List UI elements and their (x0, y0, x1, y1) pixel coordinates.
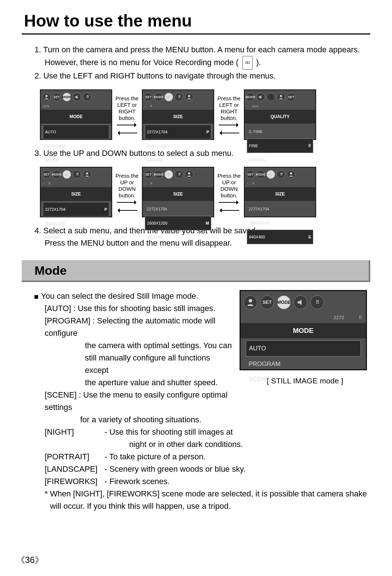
menu-item: S. FINE (247, 125, 313, 138)
step-1-line1: 1. Turn on the camera and press the MENU… (34, 44, 370, 56)
set-icon: SET (52, 93, 61, 101)
menu-item: 1600X1200 (43, 217, 109, 230)
lcd-screen-size: SET MODE ⠿ ▫⠿ SIZE 2272X1704P 1600X1200 … (142, 89, 214, 140)
menu-item: 640X480 (145, 153, 211, 167)
menu-item: PROGRAM (43, 139, 109, 153)
title-rule: How to use the menu (22, 11, 370, 35)
mode-icon: MODE (52, 170, 61, 179)
person-icon (185, 170, 193, 179)
svg-point-8 (249, 299, 252, 302)
svg-point-3 (188, 95, 190, 97)
menu-item: AUTO (246, 341, 361, 357)
bullet-icon (34, 295, 38, 299)
menu-item: NORMAL (247, 153, 313, 167)
svg-point-6 (188, 172, 190, 174)
grid-icon: ⠿ (266, 93, 275, 101)
mode-icon: MODE (277, 295, 291, 309)
menu-item: 2272X1704 (145, 202, 211, 216)
tab-icons: SET MODE ⠿ (41, 168, 111, 181)
mode-icon: MODE (154, 170, 163, 179)
nav-lr-1: Press the LEFT or RIGHT button. (114, 95, 140, 134)
mode-description: You can select the desired Still Image m… (34, 290, 240, 426)
svg-point-7 (290, 172, 292, 174)
menu-title: MODE (241, 323, 366, 338)
nav-ud-2: Press the UP or DOWN button. (216, 173, 242, 212)
arrows-lr-icon (116, 201, 138, 212)
tab-icons: SET MODE ⠿ (241, 291, 366, 314)
speaker-icon (164, 170, 173, 179)
menu-item: 2272X1704P (145, 125, 211, 139)
menu-title: SIZE (143, 187, 213, 201)
menu-item: 1600X1200M (145, 216, 211, 230)
tab-icons: SET MODE ⠿ (143, 168, 213, 181)
arrows-lr-icon (116, 124, 138, 134)
sub-info: 2272 (41, 104, 111, 110)
speaker-icon (266, 170, 275, 179)
page-number: 《36》 (16, 554, 44, 566)
section-header: Mode (22, 260, 370, 282)
menu-item: 2272X1704P (43, 202, 109, 217)
tab-icons: SET MODE ⠿ (41, 90, 111, 104)
mode-figure: SET MODE ⠿ 2272⠿ MODE AUTO PROGRAM SCENE… (240, 290, 370, 426)
speaker-icon (73, 93, 81, 101)
section-title: Mode (34, 264, 67, 277)
person-icon (244, 295, 257, 309)
step-2: 2. Use the LEFT and RIGHT buttons to nav… (34, 70, 370, 82)
grid-icon: ⠿ (175, 93, 183, 101)
person-icon (287, 170, 295, 179)
step-1-line2: However, there is no menu for Voice Reco… (34, 56, 370, 70)
scene-definitions: [NIGHT]- Use this for shooting still ima… (45, 426, 370, 512)
lcd-screen-size-m: SET MODE ⠿ ▫⠿ SIZE 2272X1704 1600X1200M … (142, 167, 214, 217)
speaker-icon (62, 170, 71, 179)
svg-point-0 (245, 61, 248, 64)
arrows-lr-icon (218, 201, 240, 212)
menu-item: SCENE (246, 372, 361, 387)
mode-icon: MODE (154, 93, 163, 101)
lcd-screen-mode-large: SET MODE ⠿ 2272⠿ MODE AUTO PROGRAM SCENE (240, 290, 367, 370)
svg-point-5 (86, 172, 88, 174)
tab-icons: SET MODE ⠿ (245, 168, 315, 181)
nav-lr-2: Press the LEFT or RIGHT button. (216, 95, 242, 134)
screens-row-1: SET MODE ⠿ 2272 MODE AUTO PROGRAM SCENE … (40, 89, 370, 140)
svg-point-2 (45, 95, 48, 97)
svg-point-4 (280, 95, 282, 97)
person-icon (185, 93, 193, 101)
lcd-screen-size-e: SET MODE ⠿ ▫⠿ SIZE 2272X1704 1600X1200 6… (244, 167, 316, 217)
arrows-lr-icon (218, 124, 240, 134)
tab-icons: SET MODE ⠿ (143, 90, 213, 104)
svg-point-1 (248, 61, 250, 64)
set-icon: SET (260, 295, 274, 309)
mode-icon: MODE (62, 93, 71, 101)
menu-item: 640X480 (43, 230, 109, 244)
menu-item: PROGRAM (246, 357, 361, 372)
menu-item: 640X480E (247, 230, 313, 244)
mode-icon: MODE (256, 170, 265, 179)
menu-title: SIZE (41, 187, 111, 201)
menu-title: SIZE (143, 110, 213, 124)
menu-item: AUTO (43, 125, 109, 139)
menu-title: SIZE (245, 187, 315, 201)
nav-ud-1: Press the UP or DOWN button. (114, 173, 140, 212)
sub-info: ▫2272 (245, 104, 315, 110)
lcd-screen-mode: SET MODE ⠿ 2272 MODE AUTO PROGRAM SCENE (40, 89, 112, 140)
menu-title: MODE (41, 110, 111, 124)
speaker-icon (294, 295, 307, 309)
grid-icon: ⠿ (83, 93, 91, 101)
menu-item: 2272X1704 (247, 202, 313, 216)
lcd-screen-quality: MODE ⠿ SET ▫2272 QUALITY S. FINE FINE⠿ N… (244, 89, 316, 140)
grid-icon: ⠿ (175, 170, 183, 179)
lcd-screen-size-p: SET MODE ⠿ ▫⠿ SIZE 2272X1704P 1600X1200 … (40, 167, 112, 217)
screens-row-2: SET MODE ⠿ ▫⠿ SIZE 2272X1704P 1600X1200 … (40, 167, 370, 217)
page-title: How to use the menu (24, 11, 192, 30)
menu-item: FINE⠿ (247, 138, 313, 153)
person-icon (277, 93, 285, 101)
set-icon: SET (287, 93, 295, 101)
menu-item: 1600X1200 (247, 216, 313, 230)
grid-icon: ⠿ (73, 170, 81, 179)
grid-icon: ⠿ (277, 170, 285, 179)
menu-item: 640X480 (145, 230, 211, 244)
speaker-icon (164, 93, 173, 101)
sub-info: ▫⠿ (143, 104, 213, 110)
menu-item: SCENE (43, 153, 109, 167)
voice-recording-icon (242, 56, 253, 70)
